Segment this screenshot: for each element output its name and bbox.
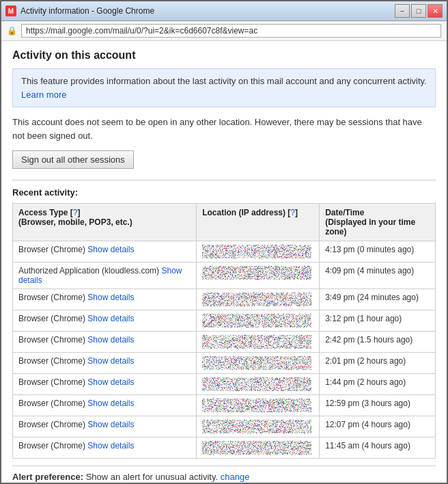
sign-out-button[interactable]: Sign out all other sessions	[12, 150, 134, 169]
access-type: Browser (Chrome)	[18, 245, 85, 254]
browser-window: M Activity information - Google Chrome −…	[0, 0, 448, 484]
table-row: Authorized Application (kloudless.com) S…	[13, 263, 436, 289]
ip-noise-canvas	[202, 441, 311, 455]
ip-noise-canvas	[202, 335, 311, 349]
close-button[interactable]: ✕	[428, 4, 443, 18]
activity-table: Access Type [?] (Browser, mobile, POP3, …	[12, 203, 436, 459]
ip-noise-canvas	[202, 420, 311, 433]
table-row: Browser (Chrome) Show details3:12 pm (1 …	[13, 310, 436, 332]
window-controls: − □ ✕	[395, 4, 443, 18]
title-bar-left: M Activity information - Google Chrome	[5, 5, 154, 16]
lock-icon: 🔒	[7, 26, 17, 36]
access-cell: Browser (Chrome) Show details	[13, 438, 197, 459]
access-cell: Browser (Chrome) Show details	[13, 374, 197, 395]
page-content: Activity on this account This feature pr…	[1, 41, 447, 483]
col-header-access: Access Type [?] (Browser, mobile, POP3, …	[13, 204, 197, 241]
divider	[12, 180, 436, 180]
location-cell	[197, 241, 320, 263]
url-input[interactable]	[21, 24, 441, 38]
location-cell	[197, 395, 320, 416]
location-cell	[197, 289, 320, 310]
access-type: Browser (Chrome)	[18, 420, 85, 429]
access-cell: Browser (Chrome) Show details	[13, 416, 197, 438]
access-help-link[interactable]: ?	[73, 208, 78, 217]
datetime-cell: 4:13 pm (0 minutes ago)	[320, 241, 436, 263]
table-row: Browser (Chrome) Show details4:13 pm (0 …	[13, 241, 436, 263]
table-row: Browser (Chrome) Show details12:59 pm (3…	[13, 395, 436, 416]
learn-more-link[interactable]: Learn more	[21, 90, 66, 100]
change-alert-link[interactable]: change	[221, 472, 250, 482]
location-cell	[197, 353, 320, 374]
access-type: Browser (Chrome)	[18, 399, 85, 408]
location-help-link[interactable]: ?	[290, 208, 295, 217]
location-cell	[197, 416, 320, 438]
ip-noise-canvas	[202, 314, 311, 327]
col-datetime-label: Date/Time	[325, 208, 364, 217]
page-title: Activity on this account	[12, 49, 436, 62]
datetime-cell: 12:59 pm (3 hours ago)	[320, 395, 436, 416]
access-cell: Browser (Chrome) Show details	[13, 310, 197, 332]
access-cell: Browser (Chrome) Show details	[13, 241, 197, 263]
window-title: Activity information - Google Chrome	[20, 6, 154, 16]
col-location-label: Location (IP address) [?]	[202, 208, 298, 217]
location-cell	[197, 374, 320, 395]
col-header-datetime: Date/Time (Displayed in your time zone)	[320, 204, 436, 241]
datetime-cell: 2:01 pm (2 hours ago)	[320, 353, 436, 374]
datetime-cell: 12:07 pm (4 hours ago)	[320, 416, 436, 438]
datetime-cell: 1:44 pm (2 hours ago)	[320, 374, 436, 395]
ip-noise-canvas	[202, 266, 311, 280]
alert-pref-label: Alert preference:	[12, 472, 83, 482]
table-header-row: Access Type [?] (Browser, mobile, POP3, …	[13, 204, 436, 241]
ip-noise-canvas	[202, 245, 311, 258]
datetime-cell: 3:12 pm (1 hour ago)	[320, 310, 436, 332]
table-row: Browser (Chrome) Show details2:42 pm (1.…	[13, 332, 436, 353]
table-row: Browser (Chrome) Show details1:44 pm (2 …	[13, 374, 436, 395]
access-cell: Browser (Chrome) Show details	[13, 395, 197, 416]
title-bar: M Activity information - Google Chrome −…	[1, 1, 447, 21]
show-details-link[interactable]: Show details	[87, 356, 134, 366]
show-details-link[interactable]: Show details	[87, 245, 134, 254]
browser-icon: M	[5, 5, 16, 16]
alert-preference: Alert preference: Show an alert for unus…	[12, 466, 436, 482]
alert-pref-text: Show an alert for unusual activity.	[86, 472, 218, 482]
info-box-text: This feature provides information about …	[21, 76, 427, 86]
warning-text: This account does not seem to be open in…	[12, 116, 436, 142]
ip-noise-canvas	[202, 356, 311, 370]
access-type: Browser (Chrome)	[18, 293, 85, 302]
ip-noise-canvas	[202, 293, 311, 306]
maximize-button[interactable]: □	[411, 4, 426, 18]
access-cell: Browser (Chrome) Show details	[13, 332, 197, 353]
show-details-link[interactable]: Show details	[87, 293, 134, 302]
recent-activity-title: Recent activity:	[12, 187, 436, 198]
datetime-cell: 4:09 pm (4 minutes ago)	[320, 263, 436, 289]
datetime-cell: 11:45 am (4 hours ago)	[320, 438, 436, 459]
col-header-location: Location (IP address) [?]	[197, 204, 320, 241]
access-type: Browser (Chrome)	[18, 377, 85, 387]
show-details-link[interactable]: Show details	[87, 314, 134, 323]
table-row: Browser (Chrome) Show details3:49 pm (24…	[13, 289, 436, 310]
col-access-sub: (Browser, mobile, POP3, etc.)	[18, 217, 132, 227]
address-bar: 🔒	[1, 21, 447, 41]
table-row: Browser (Chrome) Show details12:07 pm (4…	[13, 416, 436, 438]
table-row: Browser (Chrome) Show details2:01 pm (2 …	[13, 353, 436, 374]
access-cell: Browser (Chrome) Show details	[13, 289, 197, 310]
show-details-link[interactable]: Show details	[87, 377, 134, 387]
datetime-cell: 2:42 pm (1.5 hours ago)	[320, 332, 436, 353]
location-cell	[197, 438, 320, 459]
location-cell	[197, 310, 320, 332]
show-details-link[interactable]: Show details	[87, 441, 134, 451]
ip-noise-canvas	[202, 377, 311, 391]
location-cell	[197, 263, 320, 289]
access-type: Browser (Chrome)	[18, 441, 85, 451]
ip-noise-canvas	[202, 399, 311, 412]
show-details-link[interactable]: Show details	[87, 335, 134, 345]
access-type: Browser (Chrome)	[18, 314, 85, 323]
minimize-button[interactable]: −	[395, 4, 410, 18]
col-datetime-sub: (Displayed in your time zone)	[325, 217, 415, 237]
show-details-link[interactable]: Show details	[87, 399, 134, 408]
access-cell: Authorized Application (kloudless.com) S…	[13, 263, 197, 289]
access-type: Browser (Chrome)	[18, 335, 85, 345]
show-details-link[interactable]: Show details	[87, 420, 134, 429]
access-cell: Browser (Chrome) Show details	[13, 353, 197, 374]
location-cell	[197, 332, 320, 353]
